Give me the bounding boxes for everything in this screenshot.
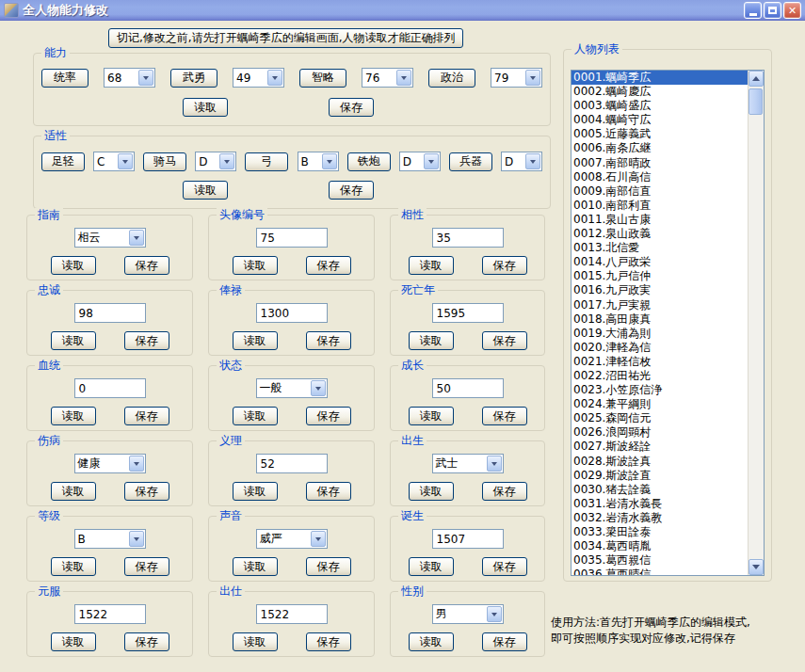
panel-read-button[interactable]: 读取 [51, 557, 96, 576]
panel-save-button[interactable]: 保存 [306, 407, 351, 425]
panel-save-button[interactable]: 保存 [124, 557, 169, 576]
combo-dropdown-button[interactable] [267, 70, 282, 86]
panel-read-button[interactable]: 读取 [51, 407, 96, 425]
panel-read-button[interactable]: 读取 [409, 632, 454, 651]
list-item[interactable]: 0019.大浦為則 [572, 327, 748, 341]
list-item[interactable]: 0022.沼田祐光 [572, 369, 748, 383]
list-item[interactable]: 0027.斯波経詮 [572, 440, 748, 454]
list-item[interactable]: 0024.兼平綱則 [572, 397, 748, 411]
ability-label-button[interactable]: 统率 [41, 69, 89, 88]
panel-save-button[interactable]: 保存 [306, 482, 351, 501]
panel-combo[interactable]: 相云 [74, 228, 146, 248]
panel-input[interactable]: 35 [432, 228, 504, 248]
character-listbox[interactable]: 0001.蠣崎季広0002.蠣崎慶広0003.蠣崎盛広0004.蠣崎守広0005… [571, 70, 765, 576]
list-item[interactable]: 0008.石川高信 [572, 170, 748, 184]
list-item[interactable]: 0026.浪岡顕村 [572, 425, 748, 440]
list-item[interactable]: 0001.蠣崎季広 [572, 71, 748, 85]
ability-value-combo[interactable]: 68 [104, 68, 155, 88]
ability-value-combo[interactable]: 49 [233, 68, 284, 88]
panel-read-button[interactable]: 读取 [51, 482, 96, 501]
aptitude-label-button[interactable]: 兵器 [449, 152, 492, 171]
ability-save-button[interactable]: 保存 [329, 98, 374, 117]
panel-save-button[interactable]: 保存 [124, 482, 169, 501]
panel-input[interactable]: 1300 [256, 303, 328, 323]
aptitude-value-combo[interactable]: D [501, 152, 542, 171]
panel-input[interactable]: 1522 [74, 604, 146, 624]
combo-dropdown-button[interactable] [138, 70, 153, 86]
combo-dropdown-button[interactable] [129, 531, 144, 547]
panel-save-button[interactable]: 保存 [482, 482, 527, 501]
ability-label-button[interactable]: 智略 [299, 69, 346, 88]
aptitude-label-button[interactable]: 骑马 [143, 152, 186, 171]
list-item[interactable]: 0018.高田康真 [572, 312, 748, 327]
list-scrollbar[interactable] [748, 71, 764, 575]
panel-save-button[interactable]: 保存 [306, 331, 351, 350]
maximize-button[interactable] [764, 2, 781, 19]
list-item[interactable]: 0007.南部晴政 [572, 156, 748, 170]
ability-value-combo[interactable]: 79 [491, 68, 542, 88]
notice-button[interactable]: 切记,修改之前,请先打开蠣崎季広的编辑画面,人物读取才能正确排列 [108, 28, 463, 48]
panel-save-button[interactable]: 保存 [124, 331, 169, 350]
scroll-down-button[interactable] [749, 559, 764, 575]
panel-read-button[interactable]: 读取 [409, 331, 454, 350]
panel-read-button[interactable]: 读取 [51, 331, 96, 350]
panel-combo[interactable]: 健康 [74, 454, 146, 473]
ability-value-combo[interactable]: 76 [362, 68, 413, 88]
panel-read-button[interactable]: 读取 [409, 256, 454, 275]
list-item[interactable]: 0021.津軽信枚 [572, 355, 748, 369]
panel-combo[interactable]: 男 [432, 604, 504, 624]
aptitude-value-combo[interactable]: D [195, 152, 236, 171]
panel-input[interactable]: 50 [432, 378, 504, 398]
list-item[interactable]: 0031.岩清水義長 [572, 497, 748, 511]
combo-dropdown-button[interactable] [311, 531, 326, 547]
minimize-button[interactable] [744, 2, 762, 19]
panel-read-button[interactable]: 读取 [233, 557, 278, 576]
list-item[interactable]: 0014.八戸政栄 [572, 255, 748, 269]
aptitude-label-button[interactable]: 铁炮 [347, 152, 391, 171]
list-item[interactable]: 0003.蠣崎盛広 [572, 99, 748, 113]
list-item[interactable]: 0030.猪去詮義 [572, 483, 748, 497]
panel-read-button[interactable]: 读取 [233, 632, 278, 651]
panel-input[interactable]: 0 [74, 378, 146, 398]
panel-combo[interactable]: 武士 [432, 454, 504, 473]
aptitude-value-combo[interactable]: B [298, 152, 339, 171]
panel-combo[interactable]: 一般 [256, 378, 328, 398]
combo-dropdown-button[interactable] [118, 153, 133, 169]
panel-read-button[interactable]: 读取 [233, 482, 278, 501]
panel-read-button[interactable]: 读取 [233, 407, 278, 425]
list-item[interactable]: 0013.北信愛 [572, 241, 748, 255]
list-item[interactable]: 0029.斯波詮直 [572, 469, 748, 483]
panel-save-button[interactable]: 保存 [306, 632, 351, 651]
list-item[interactable]: 0011.泉山古康 [572, 213, 748, 227]
panel-save-button[interactable]: 保存 [124, 407, 169, 425]
scrollbar-thumb[interactable] [749, 88, 763, 115]
panel-read-button[interactable]: 读取 [233, 331, 278, 350]
panel-input[interactable]: 1595 [432, 303, 504, 323]
panel-save-button[interactable]: 保存 [124, 632, 169, 651]
list-item[interactable]: 0015.九戸信仲 [572, 269, 748, 283]
panel-read-button[interactable]: 读取 [409, 482, 454, 501]
panel-save-button[interactable]: 保存 [306, 557, 351, 576]
ability-label-button[interactable]: 政治 [428, 69, 475, 88]
list-item[interactable]: 0034.葛西晴胤 [572, 539, 748, 553]
list-item[interactable]: 0016.九戸政実 [572, 283, 748, 297]
panel-save-button[interactable]: 保存 [482, 407, 527, 425]
panel-input[interactable]: 75 [256, 228, 328, 248]
list-item[interactable]: 0033.簗田詮泰 [572, 525, 748, 539]
aptitude-value-combo[interactable]: D [399, 152, 441, 171]
aptitude-value-combo[interactable]: C [93, 152, 135, 171]
list-item[interactable]: 0017.九戸実親 [572, 298, 748, 312]
panel-input[interactable]: 1522 [256, 604, 328, 624]
list-item[interactable]: 0002.蠣崎慶広 [572, 85, 748, 99]
combo-dropdown-button[interactable] [396, 70, 411, 86]
panel-read-button[interactable]: 读取 [233, 256, 278, 275]
aptitude-label-button[interactable]: 足轻 [41, 152, 85, 171]
combo-dropdown-button[interactable] [487, 456, 502, 472]
list-item[interactable]: 0020.津軽為信 [572, 341, 748, 355]
list-item[interactable]: 0032.岩清水義教 [572, 511, 748, 525]
panel-save-button[interactable]: 保存 [306, 256, 351, 275]
list-item[interactable]: 0036.葛西晴信 [572, 568, 748, 575]
combo-dropdown-button[interactable] [129, 230, 144, 246]
panel-read-button[interactable]: 读取 [409, 557, 454, 576]
list-item[interactable]: 0004.蠣崎守広 [572, 113, 748, 127]
